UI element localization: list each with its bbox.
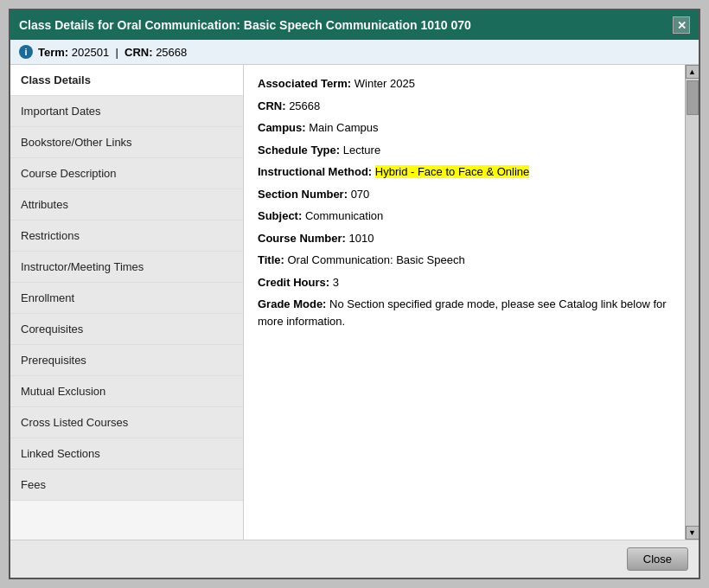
campus-row: Campus: Main Campus [258, 119, 671, 137]
footer: Close [10, 540, 699, 578]
credit-hours-label: Credit Hours: [258, 276, 329, 289]
instructional-method-row: Instructional Method: Hybrid - Face to F… [258, 163, 671, 181]
sidebar: Class Details Important Dates Bookstore/… [10, 65, 244, 540]
title-row: Title: Oral Communication: Basic Speech [258, 252, 671, 269]
sidebar-item-linked-sections[interactable]: Linked Sections [10, 438, 243, 470]
course-number-value: 1010 [348, 232, 374, 245]
campus-value: Main Campus [309, 121, 378, 134]
sidebar-item-course-description[interactable]: Course Description [10, 158, 243, 189]
content-area: Class Details Important Dates Bookstore/… [10, 65, 699, 540]
title-label: Title: [258, 253, 284, 266]
sidebar-item-corequisites[interactable]: Corequisites [10, 314, 243, 345]
section-number-row: Section Number: 070 [258, 186, 671, 203]
info-icon: i [19, 45, 33, 59]
course-number-label: Course Number: [258, 232, 346, 245]
sidebar-item-important-dates[interactable]: Important Dates [10, 96, 243, 127]
associated-term-row: Associated Term: Winter 2025 [258, 75, 671, 93]
scrollbar[interactable]: ▲ ▼ [685, 65, 699, 540]
subject-value: Communication [305, 209, 383, 222]
schedule-type-row: Schedule Type: Lecture [258, 142, 671, 159]
instructional-method-value: Hybrid - Face to Face & Online [375, 165, 529, 178]
course-number-row: Course Number: 1010 [258, 230, 671, 247]
subject-row: Subject: Communication [258, 208, 671, 225]
sidebar-item-mutual-exclusion[interactable]: Mutual Exclusion [10, 376, 243, 407]
associated-term-value: Winter 2025 [354, 77, 415, 90]
associated-term-label: Associated Term: [258, 77, 351, 90]
sidebar-item-fees[interactable]: Fees [10, 470, 243, 501]
credit-hours-value: 3 [333, 276, 339, 289]
close-button[interactable]: Close [627, 547, 688, 571]
sidebar-item-prerequisites[interactable]: Prerequisites [10, 345, 243, 376]
scroll-thumb[interactable] [687, 80, 699, 115]
sidebar-item-bookstore-links[interactable]: Bookstore/Other Links [10, 127, 243, 158]
title-bar: Class Details for Oral Communication: Ba… [10, 10, 699, 40]
info-bar: i Term: 202501 | CRN: 25668 [10, 40, 699, 65]
crn-value: 25668 [289, 99, 320, 112]
grade-mode-row: Grade Mode: No Section specified grade m… [258, 296, 671, 329]
sidebar-item-instructor-meeting[interactable]: Instructor/Meeting Times [10, 252, 243, 283]
crn-label: CRN: [258, 99, 286, 112]
subject-label: Subject: [258, 209, 302, 222]
modal-dialog: Class Details for Oral Communication: Ba… [9, 9, 700, 579]
sidebar-item-class-details[interactable]: Class Details [10, 65, 243, 96]
sidebar-item-cross-listed[interactable]: Cross Listed Courses [10, 407, 243, 438]
dialog-title: Class Details for Oral Communication: Ba… [19, 18, 471, 32]
main-content: Associated Term: Winter 2025 CRN: 25668 … [244, 65, 685, 540]
schedule-type-label: Schedule Type: [258, 144, 340, 157]
scroll-down-arrow[interactable]: ▼ [686, 526, 699, 540]
title-value: Oral Communication: Basic Speech [287, 253, 464, 266]
section-number-label: Section Number: [258, 188, 348, 201]
section-number-value: 070 [351, 188, 370, 201]
schedule-type-value: Lecture [343, 144, 380, 157]
scroll-up-arrow[interactable]: ▲ [686, 65, 699, 79]
sidebar-item-enrollment[interactable]: Enrollment [10, 283, 243, 314]
campus-label: Campus: [258, 121, 306, 134]
instructional-method-label: Instructional Method: [258, 165, 372, 178]
term-label: Term: 202501 | CRN: 25668 [38, 46, 187, 59]
grade-mode-label: Grade Mode: [258, 297, 326, 310]
credit-hours-row: Credit Hours: 3 [258, 274, 671, 291]
sidebar-item-restrictions[interactable]: Restrictions [10, 220, 243, 252]
title-close-button[interactable]: ✕ [673, 16, 690, 34]
sidebar-item-attributes[interactable]: Attributes [10, 189, 243, 220]
crn-row: CRN: 25668 [258, 98, 671, 115]
